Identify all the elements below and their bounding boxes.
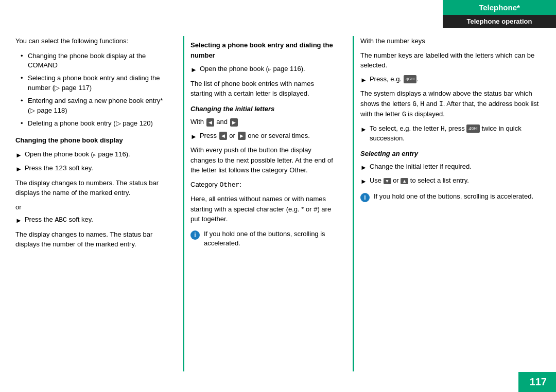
step-text: Press, e.g. 4GHI. [370,75,541,84]
key-badge-4b: 4GHI [466,124,479,133]
info-box-right: i If you hold one of the buttons, scroll… [360,192,541,202]
step-text: Open the phone book (▹ page 116). [200,64,337,74]
category-label: Category Other: [190,180,337,190]
up-arrow-btn: ▲ [401,178,408,184]
left-arrow-btn: ◀ [219,132,227,140]
step2-desc: With every push of the button the displa… [190,145,337,175]
right-step1-desc: The system displays a window above the s… [360,88,541,120]
italic-heading-initial: Changing the initial letters [190,104,337,114]
info-icon: i [190,230,200,240]
arrow-icon: ► [190,132,197,142]
or-label: or [15,202,167,212]
right-arrow-btn: ▶ [238,132,246,140]
bullet-list: Changing the phone book display at the C… [15,51,167,129]
step-text: Use ▼ or ▲ to select a list entry. [370,176,541,186]
col-left: You can select the following functions: … [15,36,167,371]
arrow-icon: ► [360,124,367,135]
info-icon: i [360,193,370,202]
list-item: Changing the phone book display at the C… [21,51,167,71]
header: Telephone* Telephone operation [443,0,556,28]
list-item: Entering and saving a new phone book ent… [21,96,167,116]
mid-step1: ► Open the phone book (▹ page 116). [190,64,337,75]
header-title: Telephone* [443,0,556,15]
step-text: Press the 123 soft key. [25,164,167,174]
list-item: Deleting a phone book entry (▷ page 120) [21,119,167,129]
right-entry-step1: ► Change the initial letter if required. [360,162,541,173]
col-right: With the number keys The number keys are… [353,36,541,371]
step-text: Press the ABC soft key. [25,215,167,225]
arrow-icon: ► [190,65,197,75]
down-arrow-btn: ▼ [384,178,391,184]
arrow-icon: ► [360,176,367,187]
right-entry-step2: ► Use ▼ or ▲ to select a list entry. [360,176,541,187]
with-keys-label: With the number keys [360,36,541,46]
arrow-icon: ► [15,216,22,226]
desc2: The display changes to names. The status… [15,229,167,250]
desc1: The display changes to numbers. The stat… [15,178,167,198]
step1-desc: The list of phone book entries with name… [190,79,337,99]
info-box-mid: i If you hold one of the buttons, scroll… [190,229,337,249]
arrow-icon: ► [360,75,367,85]
arrow-icon: ► [15,150,22,161]
category-desc: Here, all entries without names or with … [190,194,337,224]
right-step1: ► Press, e.g. 4GHI. [360,75,541,85]
info-text: If you hold one of the buttons, scrollin… [204,229,337,249]
main-content: You can select the following functions: … [15,36,541,371]
step-open-phone: ► Open the phone book (▹ page 116). [15,150,167,161]
step-press-abc: ► Press the ABC soft key. [15,215,167,226]
arrow-icon: ► [15,164,22,174]
key-badge-4: 4GHI [404,75,416,83]
mid-bold-heading: Selecting a phone book entry and dialing… [190,40,337,60]
intro-text: You can select the following functions: [15,36,167,46]
keys-desc: The number keys are labelled with the le… [360,50,541,70]
arrow-icon: ► [360,163,367,173]
info-text: If you hold one of the buttons, scrollin… [374,192,533,202]
list-item: Selecting a phone book entry and dialing… [21,74,167,93]
left-arrow-button: ◀ [206,118,214,127]
col-mid: Selecting a phone book entry and dialing… [183,36,337,371]
section-heading-phonebook: Changing the phone book display [15,135,167,146]
step-text: Change the initial letter if required. [370,162,541,172]
step-text: To select, e.g. the letter H, press 4GHI… [370,124,541,144]
page-number: 117 [518,372,556,392]
step-text: Press ◀ or ▶ one or several times. [200,131,337,141]
right-arrow-button: ▶ [230,118,238,127]
right-step2: ► To select, e.g. the letter H, press 4G… [360,124,541,144]
step-press-123: ► Press the 123 soft key. [15,164,167,174]
step-text: Open the phone book (▹ page 116). [25,150,167,159]
header-subtitle: Telephone operation [443,15,556,28]
mid-step2: ► Press ◀ or ▶ one or several times. [190,131,337,142]
with-and-label: With ◀ and ▶ [190,117,337,127]
italic-heading-entry: Selecting an entry [360,149,541,159]
